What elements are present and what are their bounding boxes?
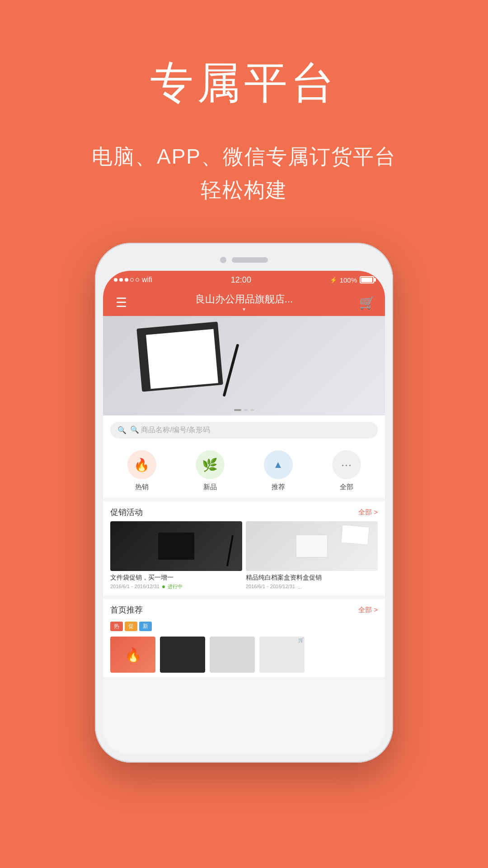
category-new-label: 新品 xyxy=(203,483,217,491)
status-left: wifi xyxy=(114,276,152,284)
battery-fill xyxy=(361,278,372,282)
battery-icon xyxy=(360,276,374,283)
search-bar[interactable]: 🔍 🔍 商品名称/编号/条形码 xyxy=(110,422,378,439)
category-hot[interactable]: 🔥 热销 xyxy=(127,450,156,491)
promo-date-row-1: 2016/6/1－2016/12/31 进行中 xyxy=(110,583,242,590)
nav-dropdown-arrow: ▾ xyxy=(130,306,358,312)
hero-section: 专属平台 电脑、APP、微信专属订货平台 轻松构建 xyxy=(0,0,488,234)
product-clipboard-paper xyxy=(146,329,218,389)
phone-screen: wifi 12:00 ⚡ 100% ☰ 良山办公用品旗舰店... xyxy=(103,271,385,755)
prod-light-paper xyxy=(341,525,369,545)
category-new-icon: 🌿 xyxy=(196,450,225,479)
status-bar: wifi 12:00 ⚡ 100% xyxy=(103,271,385,289)
category-all[interactable]: ··· 全部 xyxy=(332,450,361,491)
promo-image-1 xyxy=(110,521,242,571)
category-all-icon: ··· xyxy=(332,450,361,479)
phone-mockup: wifi 12:00 ⚡ 100% ☰ 良山办公用品旗舰店... xyxy=(0,243,488,763)
banner-dots xyxy=(234,409,254,411)
search-placeholder: 🔍 商品名称/编号/条形码 xyxy=(130,425,210,435)
category-section: 🔥 热销 🌿 新品 ▲ 推荐 ··· 全部 xyxy=(103,446,385,498)
recommendations-section: 首页推荐 全部 > 热 促 新 🔥 🛒 xyxy=(103,599,385,677)
promo-date-1: 2016/6/1－2016/12/31 xyxy=(110,583,160,590)
store-name: 良山办公用品旗舰店... xyxy=(195,293,293,305)
cart-button[interactable]: 🛒 xyxy=(358,293,376,311)
category-hot-icon: 🔥 xyxy=(127,450,156,479)
banner-product-display xyxy=(103,316,385,415)
wifi-icon: wifi xyxy=(142,276,152,284)
battery-percentage: 100% xyxy=(340,276,357,284)
recommendations-header: 首页推荐 全部 > xyxy=(103,599,385,619)
menu-button[interactable]: ☰ xyxy=(112,293,130,311)
prod-dark-pen xyxy=(226,535,234,566)
bluetooth-icon: ⚡ xyxy=(330,277,337,283)
product-thumb-2[interactable] xyxy=(160,637,205,673)
phone-camera xyxy=(220,257,226,263)
search-container: 🔍 🔍 商品名称/编号/条形码 xyxy=(103,415,385,446)
signal-dot-3 xyxy=(125,278,128,282)
promo-card-1[interactable]: 文件袋促销，买一增一 2016/6/1－2016/12/31 进行中 xyxy=(110,521,242,590)
category-recommend[interactable]: ▲ 推荐 xyxy=(264,450,293,491)
product-tags: 热 促 新 xyxy=(103,619,385,634)
category-new[interactable]: 🌿 新品 xyxy=(196,450,225,491)
promo-status-2: ... xyxy=(298,584,302,590)
promo-date-2: 2016/6/1－2016/12/31 xyxy=(246,583,295,590)
promo-name-1: 文件袋促销，买一增一 xyxy=(110,574,242,582)
hero-subtitle: 电脑、APP、微信专属订货平台 轻松构建 xyxy=(0,140,488,207)
product-banner[interactable] xyxy=(103,316,385,415)
promotions-title: 促销活动 xyxy=(110,507,143,518)
signal-dot-4 xyxy=(130,278,134,282)
category-hot-label: 热销 xyxy=(135,483,149,491)
category-recommend-label: 推荐 xyxy=(272,483,285,491)
signal-dot-2 xyxy=(119,278,123,282)
signal-indicator xyxy=(114,278,139,282)
status-right: ⚡ 100% xyxy=(330,276,374,284)
product-thumb-1[interactable]: 🔥 xyxy=(110,637,155,673)
recommendations-title: 首页推荐 xyxy=(110,604,143,615)
tag-promo: 促 xyxy=(125,622,137,631)
store-name-container: 良山办公用品旗舰店... ▾ xyxy=(130,292,358,312)
product-thumbnails: 🔥 🛒 xyxy=(103,634,385,677)
cart-icon: 🛒 xyxy=(359,295,375,310)
banner-dot-1 xyxy=(234,409,241,411)
promo-date-row-2: 2016/6/1－2016/12/31 ... xyxy=(246,583,378,590)
product-thumb-3[interactable] xyxy=(210,637,255,673)
menu-icon: ☰ xyxy=(116,295,127,310)
signal-dot-5 xyxy=(136,278,139,282)
screen-content: 🔍 🔍 商品名称/编号/条形码 🔥 热销 🌿 新品 ▲ xyxy=(103,316,385,755)
phone-frame: wifi 12:00 ⚡ 100% ☰ 良山办公用品旗舰店... xyxy=(95,243,393,763)
nav-bar: ☰ 良山办公用品旗舰店... ▾ 🛒 xyxy=(103,289,385,316)
status-time: 12:00 xyxy=(231,275,251,285)
search-icon: 🔍 xyxy=(117,426,127,434)
recommendations-more-button[interactable]: 全部 > xyxy=(358,606,378,614)
status-dot-1 xyxy=(162,585,165,588)
hero-title: 专属平台 xyxy=(0,54,488,113)
prod-dark-rect xyxy=(158,533,194,560)
phone-top-notch xyxy=(103,251,385,269)
phone-speaker xyxy=(232,257,268,263)
promo-status-1: 进行中 xyxy=(168,583,183,590)
banner-dot-2 xyxy=(244,409,248,411)
tag-hot: 热 xyxy=(110,622,123,631)
product-thumb-4[interactable]: 🛒 xyxy=(259,637,305,673)
category-recommend-icon: ▲ xyxy=(264,450,293,479)
promotions-header: 促销活动 全部 > xyxy=(103,501,385,521)
promo-image-2 xyxy=(246,521,378,571)
promo-name-2: 精品纯白档案盒资料盒促销 xyxy=(246,574,378,582)
promotions-more-button[interactable]: 全部 > xyxy=(358,508,378,517)
promotions-grid: 文件袋促销，买一增一 2016/6/1－2016/12/31 进行中 xyxy=(103,521,385,595)
promo-card-2[interactable]: 精品纯白档案盒资料盒促销 2016/6/1－2016/12/31 ... xyxy=(246,521,378,590)
prod-light-box xyxy=(296,535,328,557)
tag-new: 新 xyxy=(139,622,152,631)
banner-dot-3 xyxy=(250,409,254,411)
signal-dot-1 xyxy=(114,278,117,282)
category-all-label: 全部 xyxy=(340,483,353,491)
product-pen xyxy=(223,344,239,396)
